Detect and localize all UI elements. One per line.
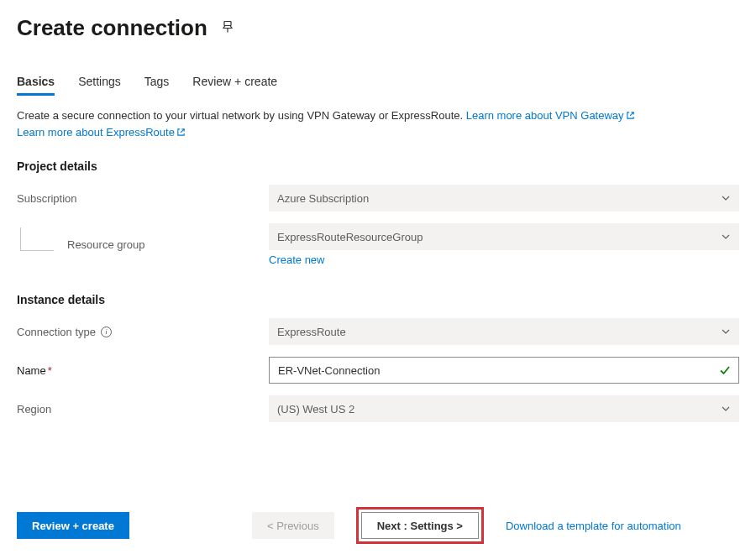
region-value: (US) West US 2 (277, 403, 354, 416)
connection-type-select[interactable]: ExpressRoute (269, 318, 739, 345)
name-input[interactable] (269, 357, 739, 384)
intro-text: Create a secure connection to your virtu… (17, 107, 739, 141)
resource-group-select[interactable]: ExpressRouteResourceGroup (269, 223, 739, 250)
pin-icon[interactable] (221, 20, 234, 36)
tab-settings[interactable]: Settings (78, 75, 121, 96)
next-button[interactable]: Next : Settings > (361, 512, 479, 539)
download-template-link[interactable]: Download a template for automation (506, 520, 681, 532)
tab-tags[interactable]: Tags (144, 75, 170, 96)
chevron-down-icon (721, 327, 731, 337)
name-label: Name* (17, 364, 52, 377)
create-new-rg-link[interactable]: Create new (269, 253, 739, 266)
chevron-down-icon (721, 404, 731, 414)
wizard-tabs: Basics Settings Tags Review + create (17, 75, 739, 96)
region-select[interactable]: (US) West US 2 (269, 395, 739, 422)
next-highlight-box: Next : Settings > (356, 507, 484, 544)
subscription-value: Azure Subscription (277, 192, 369, 205)
review-create-button[interactable]: Review + create (17, 512, 129, 539)
section-project-details: Project details (17, 159, 739, 173)
learn-vpn-link[interactable]: Learn more about VPN Gateway (466, 109, 635, 122)
checkmark-icon (719, 364, 731, 376)
svg-rect-0 (224, 22, 231, 26)
region-label: Region (17, 403, 51, 416)
resource-group-label: Resource group (67, 238, 145, 251)
indent-connector (20, 227, 54, 251)
connection-type-label: Connection type (17, 326, 96, 338)
learn-er-link[interactable]: Learn more about ExpressRoute (17, 126, 186, 138)
page-title: Create connection (17, 15, 207, 41)
tab-basics[interactable]: Basics (17, 75, 55, 96)
connection-type-value: ExpressRoute (277, 326, 346, 338)
tab-review[interactable]: Review + create (192, 75, 277, 96)
subscription-select[interactable]: Azure Subscription (269, 185, 739, 212)
wizard-footer: Review + create < Previous Next : Settin… (17, 507, 739, 544)
section-instance-details: Instance details (17, 293, 739, 306)
chevron-down-icon (721, 232, 731, 242)
intro-copy: Create a secure connection to your virtu… (17, 109, 466, 122)
resource-group-value: ExpressRouteResourceGroup (277, 231, 423, 243)
subscription-label: Subscription (17, 192, 77, 205)
external-link-icon (626, 111, 635, 120)
previous-button[interactable]: < Previous (252, 512, 334, 539)
external-link-icon (176, 128, 186, 137)
chevron-down-icon (721, 193, 731, 203)
info-icon[interactable]: i (101, 327, 112, 337)
